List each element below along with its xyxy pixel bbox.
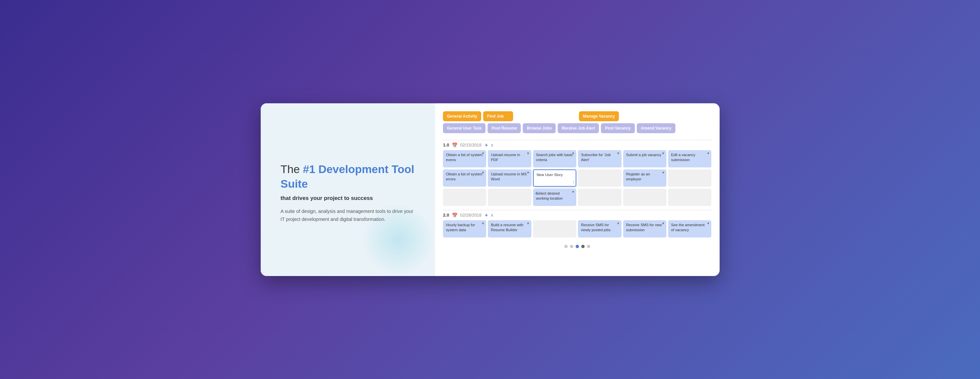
sprint-2-collapse-button[interactable]: ∧ <box>490 212 494 217</box>
story-card-s2-6[interactable]: See the amendment of vacancy ▼ <box>668 220 711 238</box>
sprint-1-header: 1.0 📅 02/15/2018 + ∧ <box>443 140 712 150</box>
story-card-s1-16 <box>578 189 621 206</box>
sprint-2-number: 2.0 <box>443 212 449 217</box>
story-card-s1-11[interactable]: Register as an employer ▼ <box>623 170 667 187</box>
category-general-activity[interactable]: General Activity <box>443 111 481 121</box>
story-card-s1-4[interactable]: Subscribe for 'Job Alert' ▼ <box>578 150 621 167</box>
sprint-1-row-1: Obtain a list of system evens ▼ Upload r… <box>443 150 712 167</box>
pagination-dot-3[interactable] <box>576 245 579 248</box>
dropdown-arrow-s1-5: ▼ <box>662 151 665 156</box>
category-browse-jobs[interactable]: Browse Jobs <box>523 123 556 133</box>
sprint-2-date: 02/28/2018 <box>460 212 482 217</box>
story-card-s1-14 <box>488 189 531 206</box>
story-card-s1-7[interactable]: Obtain a list of system errors ▼ <box>443 170 486 187</box>
category-row-2: General User Task Post Resume Browse Job… <box>443 123 712 133</box>
dropdown-arrow-s1-3: ▼ <box>572 151 575 156</box>
story-card-s1-3[interactable]: Search jobs with basic criteria ▼ <box>533 150 576 167</box>
sprint-2-add-button[interactable]: + <box>485 212 488 218</box>
pagination <box>443 243 712 248</box>
category-post-vacancy[interactable]: Post Vacancy <box>601 123 635 133</box>
sprint-2-header: 2.0 📅 02/28/2018 + ∧ <box>443 210 712 220</box>
sprint-1-calendar-icon: 📅 <box>452 143 458 148</box>
category-receive-job-alert[interactable]: Receive Job Alert <box>558 123 599 133</box>
dropdown-arrow-s2-5: ▼ <box>662 222 665 226</box>
story-card-s2-2[interactable]: Build a resume with Resume Builder ▼ <box>488 220 531 238</box>
category-find-job[interactable]: Find Job <box>483 111 513 121</box>
story-card-s1-18 <box>668 189 711 206</box>
pagination-dot-5[interactable] <box>587 245 590 248</box>
story-card-s1-13 <box>443 189 486 206</box>
new-user-story-input[interactable] <box>537 173 573 177</box>
story-card-s1-10 <box>578 170 621 187</box>
pagination-dot-2[interactable] <box>570 245 573 248</box>
story-card-s2-5[interactable]: Receive SMS for new submission ▼ <box>623 220 667 238</box>
pagination-dot-1[interactable] <box>564 245 568 248</box>
story-card-s1-9-edit[interactable]: | <box>533 170 576 187</box>
hero-description: A suite of design, analysis and manageme… <box>281 208 418 224</box>
category-manage-vacancy[interactable]: Manage Vacancy <box>579 111 619 121</box>
dropdown-arrow-s1-8: ▼ <box>527 171 530 175</box>
category-general-user-task[interactable]: General User Task <box>443 123 486 133</box>
category-section: General Activity Find Job Manage Vacancy… <box>443 111 712 135</box>
hero-subtitle: that drives your project to success <box>281 195 418 201</box>
sprint-1-row-2: Obtain a list of system errors ▼ Upload … <box>443 170 712 187</box>
dropdown-arrow-s2-1: ▼ <box>482 222 485 226</box>
story-card-s1-6[interactable]: Edit a vacancy submission ▼ <box>668 150 711 167</box>
left-panel: The #1 Development Tool Suite that drive… <box>261 103 435 276</box>
sprint-1-collapse-button[interactable]: ∧ <box>490 143 494 147</box>
story-card-s1-12 <box>668 170 711 187</box>
sprint-2-row-1: Hourly backup for system data ▼ Build a … <box>443 220 712 238</box>
dropdown-arrow-s2-4: ▼ <box>617 222 620 226</box>
category-row-1: General Activity Find Job Manage Vacancy <box>443 111 712 121</box>
cat-spacer-1 <box>515 111 545 121</box>
dropdown-arrow-s1-11: ▼ <box>662 171 665 175</box>
right-panel: General Activity Find Job Manage Vacancy… <box>435 103 720 276</box>
story-card-s1-8[interactable]: Upload resume in MS Word ▼ <box>488 170 531 187</box>
sprint-1-date: 02/15/2018 <box>460 143 482 147</box>
add-icon-s1-15: + <box>535 190 538 197</box>
story-card-s2-1[interactable]: Hourly backup for system data ▼ <box>443 220 486 238</box>
story-card-s1-15[interactable]: Select desired working location ▼ + <box>533 189 576 206</box>
sprint-2-calendar-icon: 📅 <box>452 212 458 218</box>
story-card-s2-4[interactable]: Receive SMS for newly posted jobs ▼ <box>578 220 621 238</box>
dropdown-arrow-s1-4: ▼ <box>617 151 620 156</box>
cursor-indicator: | <box>573 180 574 184</box>
sprint-1-number: 1.0 <box>443 143 449 147</box>
hero-title: The #1 Development Tool Suite <box>281 162 418 191</box>
story-card-s2-3 <box>533 220 576 238</box>
story-card-s1-1[interactable]: Obtain a list of system evens ▼ <box>443 150 486 167</box>
main-card: The #1 Development Tool Suite that drive… <box>261 103 720 276</box>
dropdown-arrow-s2-6: ▼ <box>706 222 710 226</box>
category-post-resume[interactable]: Post Resume <box>487 123 521 133</box>
story-card-s1-2[interactable]: Upload resume in PDF ▼ <box>488 150 531 167</box>
dropdown-arrow-s1-2: ▼ <box>527 151 530 156</box>
sprint-1-row-3: Select desired working location ▼ + <box>443 189 712 206</box>
category-amend-vacancy[interactable]: Amend Vacancy <box>637 123 675 133</box>
dropdown-arrow-s1-15: ▼ <box>572 190 575 194</box>
story-card-s1-17 <box>623 189 667 206</box>
sprint-1-add-button[interactable]: + <box>485 142 488 148</box>
hero-title-plain: The <box>281 163 303 175</box>
pagination-dot-4[interactable] <box>581 245 585 248</box>
dropdown-arrow-s1-6: ▼ <box>706 151 710 156</box>
dropdown-arrow-s2-2: ▼ <box>527 222 530 226</box>
cat-spacer-2 <box>547 111 577 121</box>
dropdown-arrow-s1-7: ▼ <box>482 171 485 175</box>
story-card-s1-5[interactable]: Submit a job vacancy ▼ <box>623 150 667 167</box>
dropdown-arrow-s1-1: ▼ <box>482 151 485 156</box>
